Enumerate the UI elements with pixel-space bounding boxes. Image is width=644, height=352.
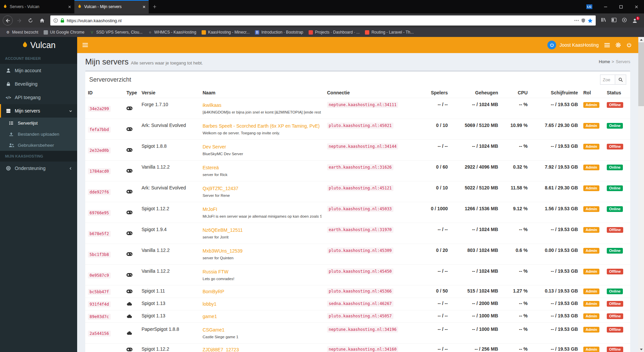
- tab-bar-spacer: [160, 0, 586, 13]
- scrollbar-up-arrow[interactable]: [638, 37, 644, 42]
- gamepad-icon: [126, 290, 132, 293]
- user-avatar[interactable]: [547, 41, 556, 49]
- server-version: Ark: Survival Evolved: [139, 119, 200, 140]
- server-name-link[interactable]: CSGame1: [203, 326, 224, 333]
- server-players: -- / --: [421, 98, 450, 119]
- code-icon: </>: [5, 96, 11, 99]
- home-button[interactable]: [37, 15, 47, 26]
- bookmark-routing-laravel-th[interactable]: Routing - Laravel - Th...: [363, 29, 416, 36]
- server-name-link[interactable]: ZJDj88E7_12723: [203, 346, 239, 352]
- url-text[interactable]: https://vulcan.kaashosting.nl: [67, 18, 572, 23]
- library-icon[interactable]: [601, 17, 606, 24]
- search-input[interactable]: [600, 75, 615, 85]
- bookmark-star-icon[interactable]: [588, 18, 593, 23]
- server-players: -- / --: [421, 323, 450, 344]
- user-name[interactable]: Joost KaasHosting: [559, 42, 599, 48]
- breadcrumb-servers: Servers: [616, 59, 630, 64]
- server-name-link[interactable]: MrJoFI: [203, 206, 217, 213]
- server-cpu: 11.58 %: [501, 181, 530, 202]
- sidebar-item-mijn-account[interactable]: Mijn account: [0, 64, 77, 77]
- tab-close-icon[interactable]: [68, 5, 71, 8]
- gamepad-icon: [126, 211, 132, 214]
- server-connection: pluto.kaashosting.nl:45309: [327, 248, 393, 254]
- server-disk: -- / 19.53 GB: [530, 323, 581, 344]
- tab-close-icon[interactable]: [143, 5, 146, 8]
- minimize-button[interactable]: [598, 0, 613, 13]
- server-id: 89e03d7c: [88, 314, 111, 320]
- sidebar-item-ondersteuning[interactable]: Ondersteuning: [0, 162, 77, 175]
- server-id: b678e5f2: [88, 231, 111, 237]
- page-viewport: Vulcan ACCOUNT BEHEERMijn accountBeveili…: [0, 37, 644, 352]
- cloud-icon: [126, 331, 132, 335]
- list-icon: [8, 121, 14, 125]
- server-name-link[interactable]: Russia FTW: [203, 268, 228, 275]
- sidebars-icon[interactable]: [611, 17, 616, 24]
- server-disk: -- / 19.53 GB: [530, 310, 581, 323]
- server-name-link[interactable]: Mxb3WUns_12539: [203, 248, 243, 254]
- page-scrollbar[interactable]: [638, 37, 644, 352]
- bookmark-meest-bezocht[interactable]: ⚙Meest bezocht: [3, 29, 41, 36]
- maximize-button[interactable]: [613, 0, 629, 13]
- server-name-link[interactable]: Qxj9TZfC_12437: [203, 185, 238, 192]
- server-row: Spigot 1.12.2ZJDj88E7_12723neptune.kaash…: [85, 344, 630, 352]
- sidebar-item-label: Mijn account: [15, 68, 41, 73]
- page-subtitle: Alle servers waar je toegang tot hebt.: [131, 60, 203, 65]
- sidebar-subitem-gebruikersbeheer[interactable]: Gebruikersbeheer: [0, 140, 77, 151]
- server-name-link[interactable]: ikwilkaas: [203, 102, 221, 108]
- server-name-link[interactable]: Barbes Speelt - Scorched Earth (6x XP en…: [203, 123, 320, 129]
- sidebar-item-api-toegang[interactable]: </>API toegang: [0, 91, 77, 104]
- tab-vulcan-mijn-servers[interactable]: Vulcan - Mijn servers: [74, 0, 149, 13]
- panel-title: Serveroverzicht: [89, 76, 131, 83]
- table-header-row: IDTypeVersieNaamConnectieSpelersGeheugen…: [85, 88, 630, 98]
- server-memory: 5022 / 5120 MB: [450, 181, 501, 202]
- shield-icon[interactable]: [581, 18, 585, 23]
- close-button[interactable]: [629, 0, 644, 13]
- new-tab-button[interactable]: [149, 0, 160, 13]
- server-memory: 1266 / 1536 MB: [450, 202, 501, 223]
- server-disk: 7.92 / 19.53 GB: [530, 161, 581, 181]
- bookmark-kaashosting-minecr[interactable]: KaasHosting - Minecr...: [199, 29, 252, 36]
- bookmark-projects-dashboard[interactable]: Projects · Dashboard · ...: [306, 29, 362, 36]
- logout-power-icon[interactable]: [627, 43, 632, 48]
- server-version: Vanilla 1.12.2: [139, 265, 200, 285]
- sidebar-subitem-serverlijst[interactable]: Serverlijst: [0, 118, 77, 129]
- server-version: Spigot 1.12.2: [139, 202, 200, 223]
- lg-badge[interactable]: LG: [586, 4, 593, 9]
- extension-circle-icon[interactable]: [622, 17, 627, 24]
- bookmark-whmcs-kaashosting[interactable]: ○WHMCS - KaasHosting: [146, 29, 199, 36]
- bookmark-introduction-bootstrap[interactable]: BIntroduction · Bootstrap: [253, 29, 306, 36]
- reload-button[interactable]: [25, 15, 36, 26]
- scrollbar-thumb[interactable]: [638, 42, 644, 106]
- url-bar[interactable]: https://vulcan.kaashosting.nl: [50, 15, 596, 26]
- bookmark-favicon: [202, 30, 206, 35]
- profile-icon[interactable]: 1: [632, 18, 637, 23]
- bookmark-favicon: V: [90, 30, 94, 35]
- breadcrumb-home[interactable]: Home: [599, 59, 610, 64]
- column-header-spelers: Spelers: [421, 88, 450, 98]
- sidebar-item-beveiliging[interactable]: Beveiliging: [0, 77, 77, 91]
- server-name-link[interactable]: game1: [203, 313, 217, 320]
- forward-button[interactable]: [14, 15, 24, 26]
- server-name-link[interactable]: BomByRP: [203, 288, 224, 295]
- bookmark-ssd-vps-servers-clou[interactable]: VSSD VPS Servers, Clou...: [88, 29, 145, 36]
- tab-servers-vulcan[interactable]: Servers - Vulcan: [0, 0, 74, 13]
- sidebar-toggle-button[interactable]: [77, 37, 93, 53]
- server-name-link[interactable]: Nz6QEeBM_12511: [203, 227, 243, 233]
- gamepad-icon: [126, 190, 132, 193]
- bookmark-uit-google-chrome[interactable]: Uit Google Chrome: [41, 29, 87, 36]
- page-actions-icon[interactable]: [574, 20, 579, 21]
- app-logo[interactable]: Vulcan: [0, 37, 77, 53]
- sidebar-subitem-bestanden-uploaden[interactable]: Bestanden uploaden: [0, 129, 77, 140]
- server-name-link[interactable]: lobby1: [203, 301, 216, 307]
- topbar-right: Joost KaasHosting: [547, 41, 638, 49]
- server-name-link[interactable]: Estereä: [203, 164, 219, 171]
- site-info-icon[interactable]: [53, 18, 58, 23]
- server-version: Spigot 1.11: [139, 285, 200, 298]
- scrollbar-down-arrow[interactable]: [638, 347, 644, 352]
- server-name-link[interactable]: Dev Server: [203, 143, 226, 150]
- sidebar-item-mijn-servers[interactable]: Mijn servers: [0, 104, 77, 118]
- back-button[interactable]: [3, 15, 13, 26]
- settings-gear-icon[interactable]: [615, 42, 621, 48]
- search-button[interactable]: [615, 75, 626, 85]
- server-list-icon[interactable]: [604, 43, 610, 47]
